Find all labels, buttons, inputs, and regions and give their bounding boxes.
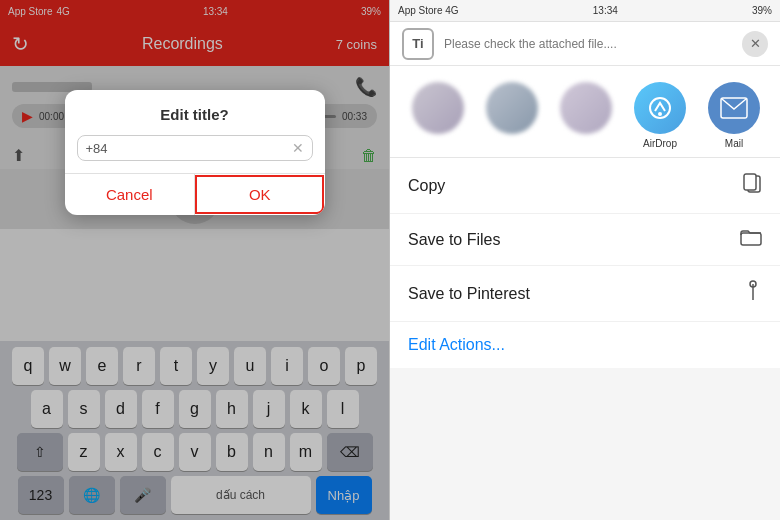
copy-label: Copy	[408, 177, 445, 195]
menu-item-save-files[interactable]: Save to Files	[390, 214, 780, 266]
edit-title-dialog: Edit title? ✕ Cancel OK	[65, 90, 325, 215]
mail-label: Mail	[725, 138, 743, 149]
clear-icon[interactable]: ✕	[292, 140, 304, 156]
time-right: 13:34	[593, 5, 618, 16]
edit-actions-item[interactable]: Edit Actions...	[390, 322, 780, 368]
share-header-message: Please check the attached file....	[444, 37, 732, 51]
airdrop-label: AirDrop	[643, 138, 677, 149]
airdrop-icon	[634, 82, 686, 134]
share-header-icon: Ti	[402, 28, 434, 60]
right-status-left: App Store 4G	[398, 5, 459, 16]
blurred-icon-1	[412, 82, 464, 134]
blurred-icon-3	[560, 82, 612, 134]
dialog-input[interactable]	[86, 141, 292, 156]
app-blurred-3[interactable]	[558, 82, 614, 149]
close-icon: ✕	[750, 36, 761, 51]
app-airdrop[interactable]: AirDrop	[632, 82, 688, 149]
app-icons-row: AirDrop Mail f Facebook	[390, 66, 780, 157]
save-pinterest-label: Save to Pinterest	[408, 285, 530, 303]
mail-icon	[708, 82, 760, 134]
share-icon-text: Ti	[412, 36, 423, 51]
app-blurred-1[interactable]	[410, 82, 466, 149]
copy-icon	[742, 172, 762, 199]
right-phone: App Store 4G 13:34 39% Ti Please check t…	[390, 0, 780, 520]
svg-rect-6	[741, 233, 761, 245]
save-pinterest-icon	[744, 280, 762, 307]
signal-right: 4G	[445, 5, 458, 16]
close-button[interactable]: ✕	[742, 31, 768, 57]
app-blurred-2[interactable]	[484, 82, 540, 149]
save-files-label: Save to Files	[408, 231, 500, 249]
left-phone: App Store 4G 13:34 39% ↻ Recordings 7 co…	[0, 0, 390, 520]
app-mail[interactable]: Mail	[706, 82, 762, 149]
share-menu: Copy Save to Files Save to Pinterest	[390, 158, 780, 368]
svg-point-1	[658, 112, 662, 116]
save-files-icon	[740, 228, 762, 251]
share-header: Ti Please check the attached file.... ✕	[390, 22, 780, 66]
right-status-bar: App Store 4G 13:34 39%	[390, 0, 780, 22]
battery-right: 39%	[752, 5, 772, 16]
menu-item-copy[interactable]: Copy	[390, 158, 780, 214]
carrier-right: App Store	[398, 5, 442, 16]
dialog-buttons: Cancel OK	[65, 173, 325, 215]
blurred-icon-2	[486, 82, 538, 134]
edit-actions-label: Edit Actions...	[408, 336, 505, 353]
dialog-input-row: ✕	[77, 135, 313, 161]
dialog-title: Edit title?	[65, 90, 325, 131]
menu-item-save-pinterest[interactable]: Save to Pinterest	[390, 266, 780, 322]
ok-button[interactable]: OK	[194, 174, 325, 215]
cancel-button[interactable]: Cancel	[65, 174, 195, 215]
right-status-right: 39%	[752, 5, 772, 16]
svg-rect-5	[744, 174, 756, 190]
dialog-overlay: Edit title? ✕ Cancel OK	[0, 0, 389, 520]
